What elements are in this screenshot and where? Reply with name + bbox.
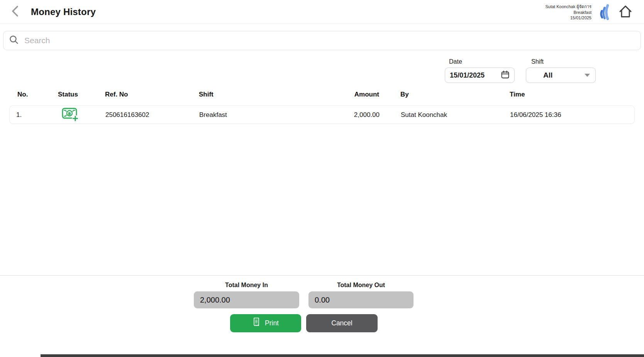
search-input[interactable] xyxy=(24,36,635,45)
total-money-in-value: 2,000.00 xyxy=(194,291,299,308)
print-button-label: Print xyxy=(265,319,279,327)
date-filter-label: Date xyxy=(449,58,462,65)
receipt-icon xyxy=(253,317,260,329)
home-icon xyxy=(617,3,634,21)
shift-filter-value: All xyxy=(543,71,552,80)
shift-filter-dropdown[interactable]: All xyxy=(526,68,596,83)
header-right: Sutat Koonchak ผู้จัดการ Breakfast 15/01… xyxy=(545,0,634,24)
table-header: No. Status Ref. No Shift Amount By Time xyxy=(9,89,635,100)
col-by: By xyxy=(379,91,510,98)
total-money-out-value: 0.00 xyxy=(308,291,414,308)
row-status: ฿ xyxy=(58,106,105,124)
user-name: Sutat Koonchak ผู้จัดการ xyxy=(545,4,591,10)
row-by: Sutat Koonchak xyxy=(380,111,510,119)
search-icon xyxy=(9,35,19,46)
date-filter-input[interactable] xyxy=(445,68,515,83)
user-date: 15/01/2025 xyxy=(545,15,591,21)
money-history-screen: Money History Sutat Koonchak ผู้จัดการ B… xyxy=(0,0,644,357)
calendar-icon[interactable] xyxy=(501,70,510,81)
row-time: 16/06/2025 16:36 xyxy=(510,111,634,119)
col-time: Time xyxy=(510,91,635,98)
col-status: Status xyxy=(58,91,105,98)
page-title: Money History xyxy=(31,7,96,17)
row-no: 1. xyxy=(10,111,58,119)
search-bar xyxy=(3,31,641,50)
col-amount: Amount xyxy=(334,91,379,98)
total-money-in-label: Total Money In xyxy=(194,282,299,289)
money-in-icon: ฿ xyxy=(61,106,79,124)
cancel-button[interactable]: Cancel xyxy=(306,314,378,332)
col-shift: Shift xyxy=(199,91,334,98)
date-filter-value[interactable] xyxy=(450,71,495,80)
row-amount: 2,000.00 xyxy=(334,111,380,119)
brand-logo-icon xyxy=(597,3,612,20)
header: Money History Sutat Koonchak ผู้จัดการ B… xyxy=(0,0,644,24)
print-button[interactable]: Print xyxy=(230,314,301,332)
user-shift: Breakfast xyxy=(545,10,591,15)
back-button[interactable] xyxy=(6,3,24,21)
row-shift: Breakfast xyxy=(199,111,334,119)
home-button[interactable] xyxy=(617,3,634,20)
chevron-down-icon xyxy=(585,74,590,77)
baht-glyph: ฿ xyxy=(68,111,71,116)
chevron-left-icon xyxy=(11,5,19,19)
user-info: Sutat Koonchak ผู้จัดการ Breakfast 15/01… xyxy=(545,3,591,21)
total-money-out-label: Total Money Out xyxy=(308,282,414,289)
col-ref-no: Ref. No xyxy=(105,91,199,98)
col-no: No. xyxy=(9,91,58,98)
footer-divider xyxy=(0,275,644,276)
row-ref-no: 250616163602 xyxy=(105,111,199,119)
cancel-button-label: Cancel xyxy=(331,319,352,327)
bottom-sheet-edge xyxy=(41,354,644,357)
shift-filter-label: Shift xyxy=(531,58,544,65)
table-row[interactable]: 1. ฿ 250616163602 Breakfast 2,000.00 Sut… xyxy=(9,105,635,124)
